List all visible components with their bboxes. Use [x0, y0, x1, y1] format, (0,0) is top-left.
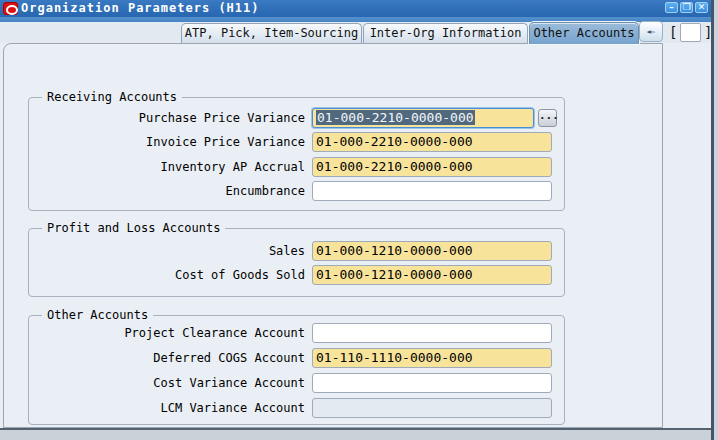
- tab-scroll-right-icon: ►: [651, 27, 656, 36]
- close-button[interactable]: ✕: [695, 2, 708, 13]
- field-label-invoice-price-variance: Invoice Price Variance: [28, 132, 305, 152]
- window-titlebar[interactable]: Organization Parameters (H11): [0, 0, 718, 17]
- minimize-icon: –: [669, 2, 674, 12]
- tab-inter-org-information[interactable]: Inter-Org Information: [363, 23, 528, 43]
- cost-of-goods-sold-input[interactable]: 01-000-1210-0000-000: [312, 265, 552, 285]
- cost-variance-account-input[interactable]: [312, 373, 552, 393]
- field-label-cost-of-goods-sold: Cost of Goods Sold: [28, 265, 305, 285]
- lcm-variance-account-input: [312, 398, 552, 418]
- window-title: Organization Parameters (H11): [21, 1, 260, 15]
- field-label-deferred-cogs-account: Deferred COGS Account: [28, 348, 305, 368]
- close-icon: ✕: [698, 2, 706, 12]
- field-label-purchase-price-variance: Purchase Price Variance: [28, 108, 305, 128]
- field-label-project-clearance-account: Project Clearance Account: [28, 323, 305, 343]
- deferred-cogs-account-input[interactable]: 01-110-1110-0000-000: [312, 348, 552, 368]
- bracket-open-label: [: [669, 24, 677, 40]
- field-label-lcm-variance-account: LCM Variance Account: [28, 398, 305, 418]
- bracket-close-label: ]: [704, 24, 712, 40]
- selected-text: 01-000-2210-0000-000: [316, 110, 475, 125]
- tab-scroll-button[interactable]: ◄►: [639, 21, 663, 42]
- sales-input[interactable]: 01-000-1210-0000-000: [312, 241, 552, 261]
- group-profit-and-loss-accounts: Profit and Loss Accounts: [28, 228, 565, 297]
- field-label-cost-variance-account: Cost Variance Account: [28, 373, 305, 393]
- coordination-box[interactable]: [680, 23, 701, 42]
- group-title: Other Accounts: [42, 308, 153, 322]
- purchase-price-variance-input[interactable]: 01-000-2210-0000-000: [312, 108, 534, 128]
- tab-other-accounts[interactable]: Other Accounts: [529, 22, 639, 44]
- invoice-price-variance-input[interactable]: 01-000-2210-0000-000: [312, 132, 552, 152]
- window-right-edge-outer: [714, 0, 718, 440]
- maximize-icon: ❒: [682, 2, 690, 12]
- field-label-sales: Sales: [28, 241, 305, 261]
- window-bottom-edge: [0, 428, 718, 440]
- maximize-button[interactable]: ❒: [680, 2, 693, 13]
- encumbrance-input[interactable]: [312, 181, 552, 201]
- inventory-ap-accrual-input[interactable]: 01-000-2210-0000-000: [312, 157, 552, 177]
- tab-atp-pick-item-sourcing[interactable]: ATP, Pick, Item-Sourcing: [181, 23, 362, 43]
- oracle-logo-icon: [3, 2, 18, 15]
- minimize-button[interactable]: –: [665, 2, 678, 13]
- lov-ellipsis-button[interactable]: ...: [538, 109, 557, 127]
- field-label-encumbrance: Encumbrance: [28, 181, 305, 201]
- group-title: Receiving Accounts: [42, 90, 182, 104]
- project-clearance-account-input[interactable]: [312, 323, 552, 343]
- field-label-inventory-ap-accrual: Inventory AP Accrual: [28, 157, 305, 177]
- group-title: Profit and Loss Accounts: [42, 221, 225, 235]
